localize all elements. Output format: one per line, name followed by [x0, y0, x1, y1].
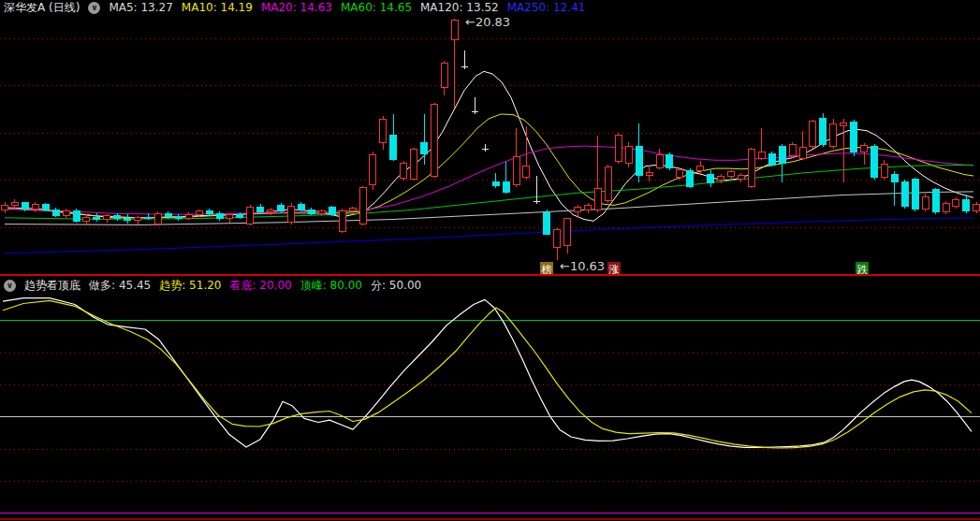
ma-line-MA250: [5, 218, 973, 253]
ma10-readout: MA10: 14.19: [182, 1, 253, 14]
moving-average-lines: [5, 71, 973, 253]
price-annotation: ←10.63: [560, 259, 605, 273]
ma-line-MA60: [5, 165, 973, 219]
ma-line-MA120: [5, 192, 973, 225]
ma5-readout: MA5: 13.27: [109, 1, 172, 14]
indicator-header: ∨ 趋势看顶底 做多: 45.45 趋势: 51.20 看底: 20.00 顶峰…: [4, 279, 421, 292]
ma20-readout: MA20: 14.63: [261, 1, 332, 14]
price-annotation: ←20.83: [465, 15, 510, 29]
panel-borders: [0, 275, 980, 519]
ma120-readout: MA120: 13.52: [420, 1, 499, 14]
indicator-title: 趋势看顶底: [24, 279, 80, 292]
duoduo-readout: 做多: 45.45: [89, 279, 151, 292]
stock-title: 深华发A (日线): [4, 1, 80, 14]
ma250-readout: MA250: 12.41: [507, 1, 586, 14]
indicator-line-趋势: [3, 300, 972, 448]
qushi-readout: 趋势: 51.20: [159, 279, 221, 292]
indicator-grid: [0, 321, 980, 514]
candlestick-series[interactable]: [2, 19, 980, 260]
main-chart-header: 深华发A (日线) ∨ MA5: 13.27 MA10: 14.19 MA20:…: [4, 1, 585, 14]
fen-readout: 分: 50.00: [371, 279, 421, 292]
ma-line-MA5: [5, 71, 973, 221]
tdx-chart-window: ←20.83←10.63 榜涨跌 深华发A (日线) ∨ MA5: 13.27 …: [0, 0, 980, 521]
dingfeng-readout: 顶峰: 80.00: [300, 279, 362, 292]
kandi-readout: 看底: 20.00: [229, 279, 291, 292]
chevron-down-icon[interactable]: ∨: [88, 2, 100, 14]
chart-canvas[interactable]: ←20.83←10.63 榜涨跌: [0, 0, 980, 521]
chevron-down-icon[interactable]: ∨: [4, 280, 16, 292]
ma60-readout: MA60: 14.65: [341, 1, 412, 14]
price-annotations: ←20.83←10.63: [465, 15, 605, 273]
